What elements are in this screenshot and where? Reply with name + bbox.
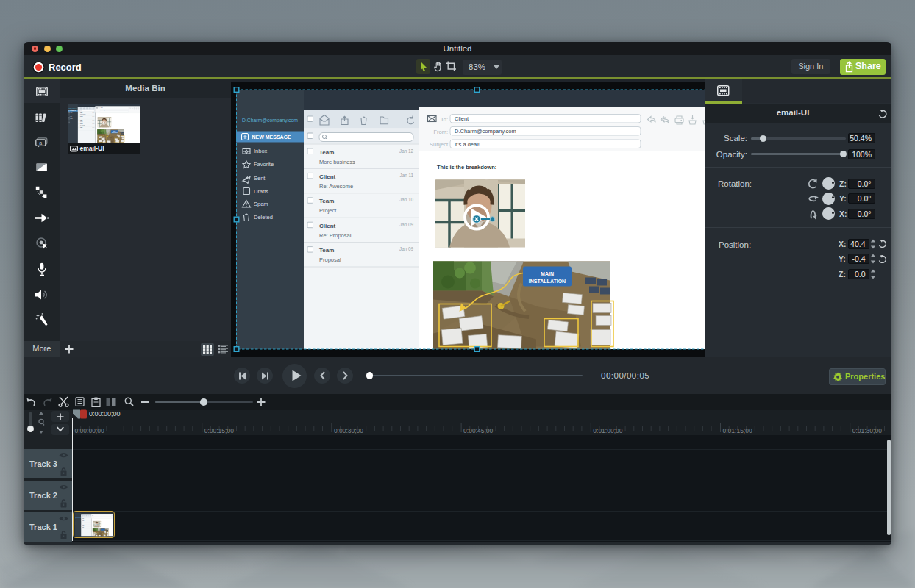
svg-text:0:01:00;00: 0:01:00;00: [593, 427, 622, 434]
svg-text:0:01:30;00: 0:01:30;00: [852, 427, 881, 434]
svg-text:0:00:15;00: 0:00:15;00: [204, 427, 233, 434]
svg-text:0:00:45;00: 0:00:45;00: [463, 427, 493, 434]
svg-text:a: a: [39, 140, 42, 146]
svg-text:0:00:30;00: 0:00:30;00: [333, 427, 363, 434]
svg-text:0:00:00;00: 0:00:00;00: [74, 427, 104, 434]
svg-text:0:01:15;00: 0:01:15;00: [722, 427, 752, 434]
